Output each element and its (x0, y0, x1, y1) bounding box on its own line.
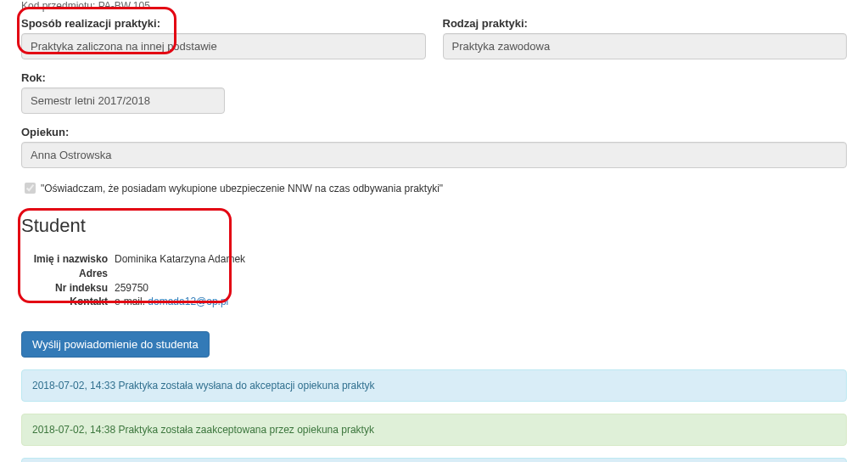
student-heading: Student (21, 215, 847, 237)
student-email-link[interactable]: domada12@op.pl (148, 296, 228, 307)
student-kontakt: e-mail. domada12@op.pl (115, 295, 228, 309)
rodzaj-label: Rodzaj praktyki: (443, 17, 848, 30)
log-entry: 2018-07-02, 14:38 Praktyka została zaakc… (21, 414, 847, 446)
student-name-label: Imię i nazwisko (21, 252, 115, 267)
send-notification-button[interactable]: Wyślij powiadomienie do studenta (21, 331, 210, 358)
rok-value: Semestr letni 2017/2018 (21, 87, 225, 114)
rok-label: Rok: (21, 71, 847, 84)
student-kontakt-label: Kontakt (21, 295, 115, 309)
student-index: 259750 (115, 281, 148, 296)
log-entry: 2018-07-02, 14:33 Praktyka została wysła… (21, 369, 847, 402)
oswiadczenie-text: "Oświadczam, że posiadam wykupione ubezp… (41, 183, 443, 194)
sposob-label: Sposób realizacji praktyki: (21, 17, 426, 30)
kod-przedmiotu: Kod przedmiotu: PA-BW.105 (0, 0, 868, 17)
student-adres-label: Adres (21, 267, 115, 281)
log-entry: 2018-07-02, 14:38 Dokumenty niezbędne do… (21, 458, 847, 462)
sposob-value: Praktyka zaliczona na innej podstawie (21, 33, 426, 59)
opiekun-label: Opiekun: (21, 126, 847, 138)
opiekun-value: Anna Ostrowska (21, 142, 847, 168)
oswiadczenie-checkbox[interactable] (25, 183, 36, 194)
student-name: Dominika Katarzyna Adamek (115, 252, 245, 267)
rodzaj-value: Praktyka zawodowa (443, 33, 848, 59)
student-index-label: Nr indeksu (21, 281, 115, 296)
